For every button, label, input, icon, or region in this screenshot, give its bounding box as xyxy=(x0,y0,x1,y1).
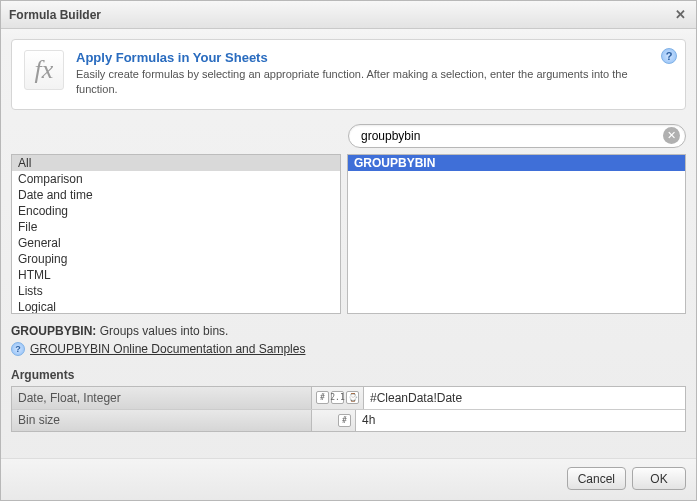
clear-search-icon[interactable]: ✕ xyxy=(663,127,680,144)
argument-input[interactable] xyxy=(364,387,685,409)
category-item[interactable]: Lists xyxy=(12,283,340,299)
info-body: Easily create formulas by selecting an a… xyxy=(76,67,636,97)
type-chip-icon: 2.1 xyxy=(331,391,344,404)
category-list[interactable]: AllComparisonDate and timeEncodingFileGe… xyxy=(11,154,341,314)
argument-type-icons: # xyxy=(312,410,356,431)
category-item[interactable]: HTML xyxy=(12,267,340,283)
argument-type-icons: #2.1⌚ xyxy=(312,387,364,409)
cancel-button[interactable]: Cancel xyxy=(567,467,626,490)
fx-icon: fx xyxy=(24,50,64,90)
category-item[interactable]: General xyxy=(12,235,340,251)
search-input[interactable] xyxy=(348,124,686,148)
info-text: Apply Formulas in Your Sheets Easily cre… xyxy=(76,50,636,97)
type-chip-icon: # xyxy=(338,414,351,427)
selected-function-name: GROUPBYBIN: xyxy=(11,324,96,338)
argument-row: Date, Float, Integer#2.1⌚ xyxy=(12,387,685,409)
category-item[interactable]: Date and time xyxy=(12,187,340,203)
type-chip-icon: ⌚ xyxy=(346,391,359,404)
category-item[interactable]: Comparison xyxy=(12,171,340,187)
doc-help-icon[interactable]: ? xyxy=(11,342,25,356)
category-item[interactable]: File xyxy=(12,219,340,235)
arguments-table: Date, Float, Integer#2.1⌚Bin size# xyxy=(11,386,686,432)
category-item[interactable]: Logical xyxy=(12,299,340,313)
function-item[interactable]: GROUPBYBIN xyxy=(348,155,685,171)
search-wrap: ✕ xyxy=(348,124,686,148)
argument-row: Bin size# xyxy=(12,409,685,431)
help-icon[interactable]: ? xyxy=(661,48,677,64)
argument-label: Date, Float, Integer xyxy=(12,387,312,409)
arguments-label: Arguments xyxy=(11,368,686,382)
info-panel: fx Apply Formulas in Your Sheets Easily … xyxy=(11,39,686,110)
lists-row: AllComparisonDate and timeEncodingFileGe… xyxy=(11,154,686,314)
category-item[interactable]: All xyxy=(12,155,340,171)
search-row: ✕ xyxy=(11,124,686,148)
type-chip-icon: # xyxy=(316,391,329,404)
dialog-content: fx Apply Formulas in Your Sheets Easily … xyxy=(1,29,696,458)
titlebar: Formula Builder ✕ xyxy=(1,1,696,29)
close-icon[interactable]: ✕ xyxy=(672,7,688,23)
ok-button[interactable]: OK xyxy=(632,467,686,490)
button-row: Cancel OK xyxy=(1,458,696,500)
argument-label: Bin size xyxy=(12,410,312,431)
description-block: GROUPBYBIN: Groups values into bins. ? G… xyxy=(11,324,686,356)
function-list[interactable]: GROUPBYBIN xyxy=(347,154,686,314)
dialog-title: Formula Builder xyxy=(9,8,101,22)
formula-builder-dialog: Formula Builder ✕ fx Apply Formulas in Y… xyxy=(0,0,697,501)
documentation-link[interactable]: GROUPBYBIN Online Documentation and Samp… xyxy=(30,342,305,356)
info-heading: Apply Formulas in Your Sheets xyxy=(76,50,636,65)
category-item[interactable]: Encoding xyxy=(12,203,340,219)
category-item[interactable]: Grouping xyxy=(12,251,340,267)
selected-function-desc: Groups values into bins. xyxy=(100,324,229,338)
argument-input[interactable] xyxy=(356,410,685,431)
